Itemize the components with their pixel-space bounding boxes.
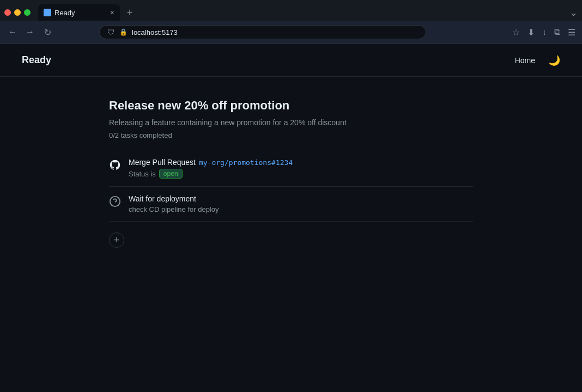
tab-title: Ready	[54, 9, 75, 17]
theme-toggle-button[interactable]: 🌙	[548, 54, 560, 66]
url-display: localhost:5173	[132, 28, 178, 36]
app: Ready Home 🌙 Release new 20% off promoti…	[0, 44, 582, 392]
status-badge: open	[159, 169, 183, 179]
page-description: Releasing a feature containing a new pro…	[109, 118, 473, 127]
task-2-subtitle: check CD pipeline for deploy	[129, 205, 219, 213]
lock-icon: 🔒	[119, 28, 128, 36]
tab-bar: Ready × + ⌄	[0, 0, 582, 21]
bookmark-icon[interactable]: ☆	[512, 27, 520, 38]
shield-icon: 🛡	[107, 28, 115, 36]
close-window-button[interactable]	[4, 9, 11, 16]
menu-icon[interactable]: ☰	[568, 27, 575, 38]
new-tab-button[interactable]: +	[122, 5, 137, 20]
tab-favicon-icon	[44, 9, 51, 16]
pocket-icon[interactable]: ⬇	[528, 27, 535, 38]
download-icon[interactable]: ↓	[542, 27, 547, 37]
browser-chrome: Ready × + ⌄ ← → ↻ 🛡 🔒 localhost:5173 ☆ ⬇…	[0, 0, 582, 44]
github-logo-icon	[109, 159, 121, 171]
tasks-count: 0/2 tasks completed	[109, 131, 473, 139]
nav-links: Home 🌙	[515, 54, 560, 66]
minimize-window-button[interactable]	[14, 9, 21, 16]
app-nav: Ready Home 🌙	[0, 44, 582, 77]
question-icon	[109, 195, 121, 210]
back-button[interactable]: ←	[7, 27, 19, 37]
task-1-title-prefix: Merge Pull Request	[129, 158, 196, 167]
forward-button[interactable]: →	[24, 27, 36, 37]
page-title: Release new 20% off promotion	[109, 99, 473, 113]
task-1-title: Merge Pull Request my-org/promotions#123…	[129, 158, 293, 167]
address-bar: ← → ↻ 🛡 🔒 localhost:5173 ☆ ⬇ ↓ ⧉ ☰	[0, 21, 582, 44]
home-nav-link[interactable]: Home	[515, 56, 535, 65]
toolbar-icons: ☆ ⬇ ↓ ⧉ ☰	[512, 27, 575, 38]
task-1-status-label: Status is	[129, 170, 156, 178]
task-2-title-text: Wait for deployment	[129, 194, 196, 203]
task-1-content: Merge Pull Request my-org/promotions#123…	[129, 158, 293, 179]
tab-overflow-button[interactable]: ⌄	[569, 7, 578, 19]
task-1-status: Status is open	[129, 169, 293, 179]
task-item: Wait for deployment check CD pipeline fo…	[109, 187, 473, 222]
app-logo: Ready	[22, 54, 51, 66]
github-icon	[109, 159, 121, 173]
active-tab[interactable]: Ready ×	[38, 4, 120, 21]
tab-close-button[interactable]: ×	[110, 8, 114, 17]
task-2-title: Wait for deployment	[129, 194, 219, 203]
task-2-content: Wait for deployment check CD pipeline fo…	[129, 194, 219, 213]
help-circle-icon	[109, 195, 121, 207]
window-controls	[4, 9, 31, 16]
address-field[interactable]: 🛡 🔒 localhost:5173	[99, 25, 426, 39]
maximize-window-button[interactable]	[24, 9, 31, 16]
task-1-pr-link[interactable]: my-org/promotions#1234	[199, 158, 293, 167]
add-task-button[interactable]: +	[109, 232, 124, 248]
main-content: Release new 20% off promotion Releasing …	[0, 77, 582, 270]
reload-button[interactable]: ↻	[41, 27, 53, 38]
task-item: Merge Pull Request my-org/promotions#123…	[109, 150, 473, 187]
extensions-icon[interactable]: ⧉	[554, 27, 560, 37]
